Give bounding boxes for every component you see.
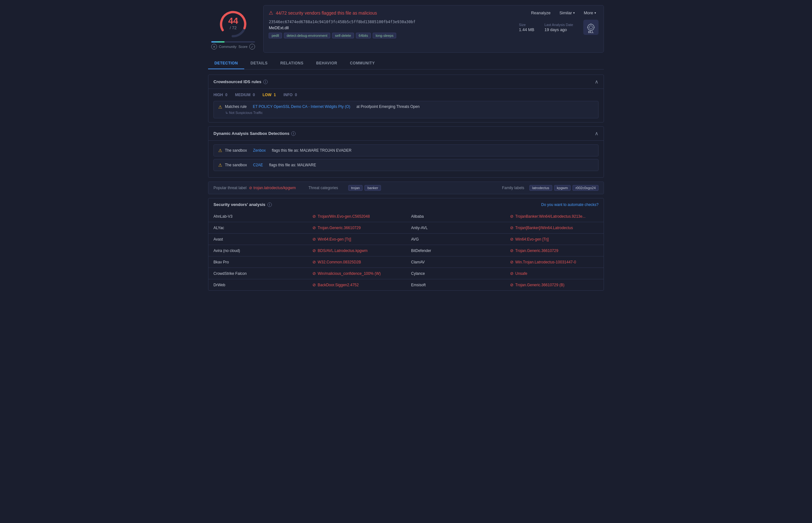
tab-behavior[interactable]: BEHAVIOR xyxy=(310,58,343,69)
tab-detection[interactable]: DETECTION xyxy=(208,58,244,69)
detection-text: Win/malicious_confidence_100% (W) xyxy=(318,271,381,276)
vendor-name: Alibaba xyxy=(406,211,505,222)
sandbox-link-1[interactable]: C2AE xyxy=(253,163,263,167)
tab-community[interactable]: COMMUNITY xyxy=(343,58,381,69)
tag-pedll[interactable]: pedll xyxy=(269,33,282,38)
vendor-detection: ⊘ Win.Trojan.Latrodectus-10031447-0 xyxy=(505,256,604,268)
detection-text: TrojanBanker:Win64/Latrodectus.9213e... xyxy=(515,214,586,219)
vendors-info-icon[interactable]: i xyxy=(267,202,272,207)
family-tag-2[interactable]: r002c0xgo24 xyxy=(572,185,599,191)
cat-tag-banker[interactable]: banker xyxy=(364,185,381,191)
score-denom: / 72 xyxy=(230,25,237,30)
tab-details[interactable]: DETAILS xyxy=(244,58,274,69)
chevron-down-icon: ▾ xyxy=(594,11,596,15)
vendor-detection: ⊘ W32.Common.08325D2B xyxy=(307,256,406,268)
alert-actions: Reanalyze Similar ▾ More ▾ xyxy=(528,9,599,17)
sandbox-link-0[interactable]: Zenbox xyxy=(253,148,266,152)
ids-rule-suffix: at Proofpoint Emerging Threats Open xyxy=(357,104,420,109)
vendors-title: Security vendors' analysis i xyxy=(213,202,272,207)
table-row: ALYac ⊘ Trojan.Generic.36610729 Antiy-AV… xyxy=(208,222,604,234)
vendor-name: Cylance xyxy=(406,268,505,279)
cat-tags: trojan banker xyxy=(348,185,381,191)
alert-circle-icon: ⊘ xyxy=(510,214,513,219)
vendor-name: DrWeb xyxy=(208,279,307,291)
alert-circle-icon: ⊘ xyxy=(510,237,513,241)
popular-threat-value[interactable]: ⊘ trojan.latrodectus/kpgwm xyxy=(249,186,296,190)
detection-text: Trojan.Generic.36610729 (B) xyxy=(515,283,565,287)
ids-filter-medium[interactable]: MEDIUM 0 xyxy=(235,93,255,97)
ids-sub-text: ↳ Not Suspicious Traffic xyxy=(218,111,594,115)
vendor-detection: ⊘ TrojanBanker:Win64/Latrodectus.9213e..… xyxy=(505,211,604,222)
vendor-detection: ⊘ Unsafe xyxy=(505,268,604,279)
vendor-detection: ⊘ Win/malicious_confidence_100% (W) xyxy=(307,268,406,279)
ids-filter-info[interactable]: INFO 0 xyxy=(284,93,297,97)
chevron-down-icon: ▾ xyxy=(573,11,575,15)
detection-text: Win64:Evo-gen [Trj] xyxy=(515,237,549,241)
alert-header: ⚠ 44/72 security vendors flagged this fi… xyxy=(269,9,599,17)
table-row: Bkav Pro ⊘ W32.Common.08325D2B ClamAV ⊘ … xyxy=(208,256,604,268)
score-panel: 44 / 72 ✕ Community Score ✓ xyxy=(208,5,258,53)
detection-text: Trojan/Win.Evo-gen.C5652048 xyxy=(318,214,370,219)
vendor-name: Avast xyxy=(208,234,307,245)
tabs-row: DETECTION DETAILS RELATIONS BEHAVIOR COM… xyxy=(208,58,604,70)
detection-text: Win64:Evo-gen [Trj] xyxy=(318,237,352,241)
tag-long-sleeps[interactable]: long-sleeps xyxy=(373,33,396,38)
community-score-row: ✕ Community Score ✓ xyxy=(211,44,255,50)
size-value: 1.44 MB xyxy=(519,27,534,32)
warning-icon: ⚠ xyxy=(218,104,222,109)
alert-circle-icon: ⊘ xyxy=(313,214,316,219)
cat-tag-trojan[interactable]: trojan xyxy=(348,185,363,191)
vendor-detection: ⊘ Trojan[Banker]/Win64.Latrodectus xyxy=(505,222,604,234)
tag-64bits[interactable]: 64bits xyxy=(356,33,371,38)
ids-rule-link[interactable]: ET POLICY OpenSSL Demo CA - Internet Wid… xyxy=(253,104,350,109)
alert-circle-icon: ⊘ xyxy=(510,271,513,276)
check-icon: ✓ xyxy=(249,44,255,50)
vendor-name: AhnLab-V3 xyxy=(208,211,307,222)
sandbox-suffix-1: flags this file as: MALWARE xyxy=(269,163,316,167)
dll-label: DLL xyxy=(583,31,599,34)
tag-self-delete[interactable]: self-delete xyxy=(332,33,354,38)
sandbox-section: Dynamic Analysis Sandbox Detections i ∧ … xyxy=(208,126,604,178)
size-label: Size xyxy=(519,23,534,26)
analysis-date: Last Analysis Date 19 days ago xyxy=(545,23,573,32)
alert-text: 44/72 security vendors flagged this file… xyxy=(276,11,377,16)
vendors-header: Security vendors' analysis i Do you want… xyxy=(208,198,604,211)
date-value: 19 days ago xyxy=(545,27,573,32)
file-size: Size 1.44 MB xyxy=(519,23,534,32)
sandbox-suffix-0: flags this file as: MALWARE TROJAN EVADE… xyxy=(272,148,352,152)
gauge-fill xyxy=(211,41,225,42)
sandbox-prefix-0: The sandbox xyxy=(225,148,247,152)
vendor-detection: ⊘ Trojan.Generic.36610729 xyxy=(307,222,406,234)
svg-point-3 xyxy=(589,26,592,29)
vendor-detection: ⊘ Win64:Evo-gen [Trj] xyxy=(307,234,406,245)
sandbox-collapse-button[interactable]: ∧ xyxy=(595,130,599,137)
table-row: AhnLab-V3 ⊘ Trojan/Win.Evo-gen.C5652048 … xyxy=(208,211,604,222)
file-hash: 23546ec67474ed6788a14c9410f3fc458b5c5ff8… xyxy=(269,20,519,24)
vendor-name: BitDefender xyxy=(406,245,505,256)
detection-text: Win.Trojan.Latrodectus-10031447-0 xyxy=(515,260,576,264)
sandbox-row-0: ⚠ The sandbox Zenbox flags this file as:… xyxy=(213,144,599,157)
automate-link[interactable]: Do you want to automate checks? xyxy=(541,202,599,207)
ids-filter-low[interactable]: LOW 1 xyxy=(263,93,276,97)
detection-text: Trojan[Banker]/Win64.Latrodectus xyxy=(515,226,573,230)
family-tag-0[interactable]: latrodectus xyxy=(529,185,552,191)
ids-rule-row: ⚠ Matches rule ET POLICY OpenSSL Demo CA… xyxy=(213,101,599,119)
tag-detect[interactable]: detect-debug-environment xyxy=(284,33,330,38)
sandbox-info-icon[interactable]: i xyxy=(291,131,296,136)
alert-circle-icon: ⊘ xyxy=(313,259,316,264)
dll-icon: DLL xyxy=(583,20,599,35)
threat-row: Popular threat label ⊘ trojan.latrodectu… xyxy=(208,182,604,194)
ids-filter-high[interactable]: HIGH 0 xyxy=(213,93,227,97)
tab-relations[interactable]: RELATIONS xyxy=(274,58,310,69)
table-row: CrowdStrike Falcon ⊘ Win/malicious_confi… xyxy=(208,268,604,279)
ids-info-icon[interactable]: i xyxy=(263,80,268,84)
more-button[interactable]: More ▾ xyxy=(581,9,599,17)
ids-rule-prefix: Matches rule xyxy=(225,104,247,109)
family-tag-1[interactable]: kpgwm xyxy=(554,185,571,191)
detection-text: BackDoor.Siggen2.4752 xyxy=(318,283,359,287)
family-labels-group: Family labels latrodectus kpgwm r002c0xg… xyxy=(502,185,599,191)
similar-button[interactable]: Similar ▾ xyxy=(557,9,578,17)
ids-collapse-button[interactable]: ∧ xyxy=(595,79,599,85)
alert-circle-icon: ⊘ xyxy=(510,225,513,230)
reanalyze-button[interactable]: Reanalyze xyxy=(528,9,553,17)
